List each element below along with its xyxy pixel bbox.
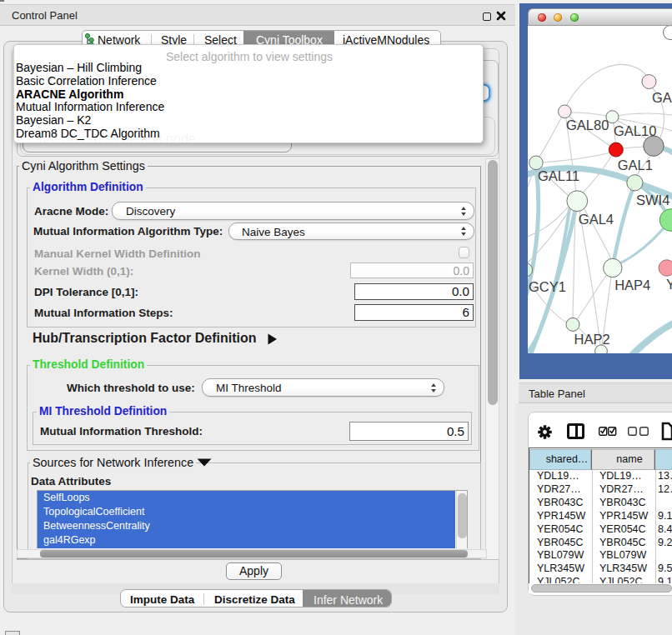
svg-text:GAL80: GAL80 <box>566 118 609 132</box>
svg-text:GAL4: GAL4 <box>579 212 614 227</box>
svg-text:Y: Y <box>666 277 672 292</box>
svg-text:SWI4: SWI4 <box>636 192 669 208</box>
svg-text:HAP4: HAP4 <box>614 278 650 292</box>
svg-text:GAL10: GAL10 <box>614 123 656 138</box>
svg-text:GAL1: GAL1 <box>618 158 653 172</box>
svg-text:GAL7: GAL7 <box>652 90 672 105</box>
svg-text:GAL11: GAL11 <box>538 168 579 183</box>
svg-text:GCY1: GCY1 <box>529 279 566 294</box>
svg-text:HAP2: HAP2 <box>574 332 610 347</box>
